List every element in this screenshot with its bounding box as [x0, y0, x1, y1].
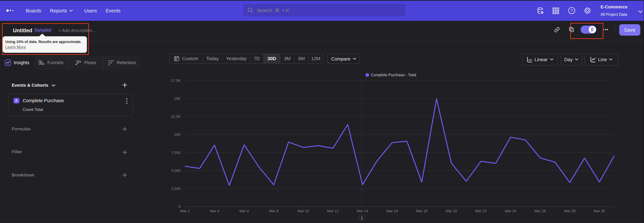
svg-text:Mar 28: Mar 28 — [564, 209, 576, 213]
svg-text:Mar 26: Mar 26 — [534, 209, 546, 213]
svg-text:Mar 20: Mar 20 — [446, 209, 457, 213]
svg-text:17.5K: 17.5K — [171, 78, 181, 83]
svg-text:0: 0 — [178, 204, 180, 209]
svg-text:Mar 2: Mar 2 — [180, 209, 190, 213]
svg-text:Mar 30: Mar 30 — [594, 209, 605, 213]
svg-text:7,500: 7,500 — [172, 151, 180, 155]
svg-text:15K: 15K — [174, 96, 180, 101]
svg-text:Mar 16: Mar 16 — [386, 209, 398, 213]
svg-text:Mar 14: Mar 14 — [357, 209, 368, 213]
svg-text:2,500: 2,500 — [172, 186, 180, 191]
svg-text:Mar 6: Mar 6 — [239, 209, 249, 213]
svg-text:?: ? — [570, 9, 573, 13]
svg-text:Mar 12: Mar 12 — [327, 209, 338, 213]
svg-text:Mar 18: Mar 18 — [416, 209, 428, 213]
svg-text:Mar 24: Mar 24 — [505, 209, 516, 213]
svg-text:5,000: 5,000 — [172, 169, 180, 173]
svg-text:Mar 22: Mar 22 — [475, 209, 487, 213]
svg-text:Mar 4: Mar 4 — [210, 209, 219, 213]
svg-text:12.5K: 12.5K — [171, 115, 181, 119]
svg-text:Mar 8: Mar 8 — [269, 209, 278, 213]
svg-text:10K: 10K — [174, 133, 180, 137]
svg-text:Mar 10: Mar 10 — [298, 209, 309, 213]
